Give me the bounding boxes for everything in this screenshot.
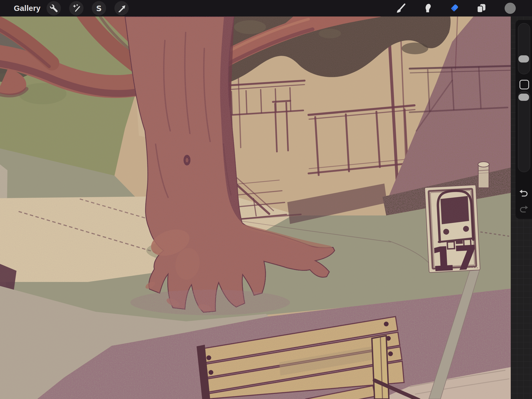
- artwork-svg: 17: [0, 16, 511, 399]
- paintbrush-icon: [395, 3, 406, 14]
- smudge-button[interactable]: [421, 2, 433, 14]
- top-toolbar: Gallery S: [0, 0, 532, 16]
- redo-arrow-icon: [519, 205, 529, 214]
- brush-size-slider-handle[interactable]: [518, 55, 529, 63]
- procreate-app: { "topbar": { "gallery_label": "Gallery"…: [0, 0, 532, 399]
- wrench-icon: [50, 4, 58, 12]
- paint-button[interactable]: [394, 2, 407, 14]
- undo-arrow-icon: [519, 189, 529, 198]
- modify-button[interactable]: [519, 80, 529, 89]
- selection-button[interactable]: S: [92, 1, 106, 15]
- s-curve-icon: S: [95, 4, 103, 12]
- opacity-slider-handle[interactable]: [518, 94, 529, 101]
- arrow-cursor-icon: [118, 4, 126, 12]
- adjustments-button[interactable]: [69, 1, 84, 15]
- gallery-label: Gallery: [14, 4, 40, 13]
- erase-button[interactable]: [448, 2, 460, 14]
- transform-button[interactable]: [114, 1, 129, 15]
- color-swatch-circle: [505, 3, 516, 14]
- undo-button[interactable]: [519, 189, 529, 198]
- color-button[interactable]: [504, 2, 516, 14]
- layers-button[interactable]: [475, 2, 487, 14]
- eraser-icon: [449, 3, 459, 14]
- gallery-button[interactable]: Gallery: [14, 0, 40, 16]
- magic-wand-icon: [72, 4, 80, 12]
- smudge-finger-icon: [422, 3, 433, 14]
- svg-text:S: S: [96, 4, 102, 12]
- brush-sidebar: [516, 20, 532, 219]
- canvas-artwork-area[interactable]: 17: [0, 16, 511, 399]
- redo-button[interactable]: [519, 205, 529, 214]
- layers-icon: [476, 3, 487, 14]
- brush-size-slider[interactable]: [518, 23, 530, 74]
- paper-grain-overlay: [0, 16, 511, 399]
- actions-button[interactable]: [47, 1, 61, 15]
- opacity-slider[interactable]: [518, 91, 530, 172]
